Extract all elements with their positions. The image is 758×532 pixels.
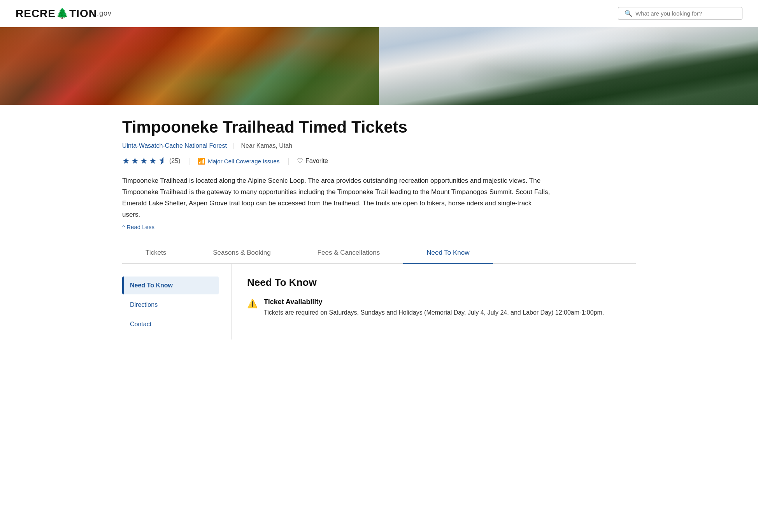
favorite-button[interactable]: ♡ Favorite <box>297 157 328 165</box>
info-card-ticket-availability: ⚠️ Ticket Availability Tickets are requi… <box>247 298 636 318</box>
star-half: ⯨ <box>158 156 167 166</box>
cell-coverage-icon: 📶 <box>198 158 205 165</box>
star-3: ★ <box>140 156 148 166</box>
tab-seasons[interactable]: Seasons & Booking <box>190 243 294 264</box>
tabs-container: Tickets Seasons & Booking Fees & Cancell… <box>122 243 636 264</box>
search-bar[interactable]: 🔍 <box>618 7 742 20</box>
logo-text-ation: TION <box>69 7 97 20</box>
logo-tree-icon: 🌲 <box>56 7 69 19</box>
content-area: Need To Know Directions Contact Need To … <box>122 264 636 340</box>
tab-need-to-know[interactable]: Need To Know <box>403 243 493 264</box>
location-divider: | <box>233 142 235 150</box>
info-card-content: Ticket Availability Tickets are required… <box>264 298 604 318</box>
info-card-title: Ticket Availability <box>264 298 604 306</box>
cell-coverage-button[interactable]: 📶 Major Cell Coverage Issues <box>198 158 279 165</box>
hero-image-right <box>379 27 758 105</box>
site-logo[interactable]: RECRE🌲TION.gov <box>16 7 112 20</box>
header: RECRE🌲TION.gov 🔍 <box>0 0 758 27</box>
tab-tickets[interactable]: Tickets <box>122 243 190 264</box>
description-text: Timpooneke Trailhead is located along th… <box>122 175 550 220</box>
hero-image-left <box>0 27 379 105</box>
rating-count: (25) <box>169 158 180 164</box>
star-1: ★ <box>122 156 130 166</box>
hero-images <box>0 27 758 105</box>
location-text: Near Kamas, Utah <box>241 142 293 149</box>
info-card-text: Tickets are required on Saturdays, Sunda… <box>264 308 604 318</box>
main-content: Timpooneke Trailhead Timed Tickets Uinta… <box>107 105 651 340</box>
search-input[interactable] <box>635 10 736 17</box>
rating-divider: | <box>188 157 190 165</box>
location-row: Uinta-Wasatch-Cache National Forest | Ne… <box>122 142 636 150</box>
forest-link[interactable]: Uinta-Wasatch-Cache National Forest <box>122 142 227 149</box>
section-title: Need To Know <box>247 276 636 289</box>
sidebar-item-directions[interactable]: Directions <box>122 296 219 314</box>
sidebar-item-need-to-know[interactable]: Need To Know <box>122 276 219 294</box>
star-rating: ★ ★ ★ ★ ⯨ (25) <box>122 156 180 166</box>
favorite-divider: | <box>287 157 289 165</box>
search-icon: 🔍 <box>625 10 632 17</box>
sidebar-item-contact[interactable]: Contact <box>122 315 219 333</box>
main-panel: Need To Know ⚠️ Ticket Availability Tick… <box>231 264 636 340</box>
logo-gov: .gov <box>97 9 112 18</box>
warning-icon: ⚠️ <box>247 299 258 309</box>
page-title: Timpooneke Trailhead Timed Tickets <box>122 117 636 137</box>
favorite-label: Favorite <box>305 158 328 164</box>
read-less-button[interactable]: ^ Read Less <box>122 224 154 230</box>
cell-coverage-label: Major Cell Coverage Issues <box>208 158 279 164</box>
tab-fees[interactable]: Fees & Cancellations <box>294 243 404 264</box>
star-2: ★ <box>131 156 139 166</box>
heart-icon: ♡ <box>297 157 303 165</box>
rating-row: ★ ★ ★ ★ ⯨ (25) | 📶 Major Cell Coverage I… <box>122 156 636 166</box>
logo-text-recre: RECRE <box>16 7 56 20</box>
sidebar: Need To Know Directions Contact <box>122 264 231 340</box>
star-4: ★ <box>149 156 157 166</box>
